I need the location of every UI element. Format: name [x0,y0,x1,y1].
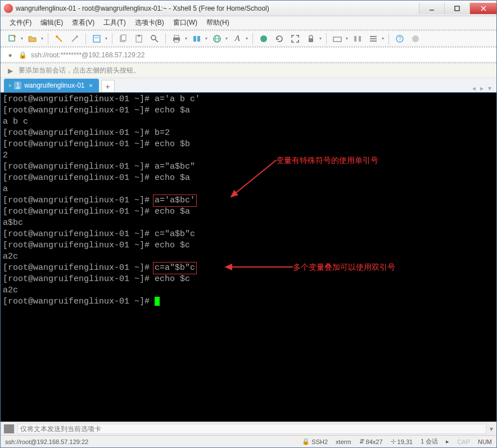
hint-text: 要添加当前会话，点击左侧的箭头按钮。 [19,66,140,75]
app-icon [4,4,13,13]
send-input[interactable] [17,424,486,434]
tab-number: 1 [14,82,21,89]
script-icon[interactable] [257,33,270,45]
app-window: wangruifenglinux-01 - root@wangruifengli… [0,0,497,448]
status-size: ⇵ 84x27 [359,438,383,445]
status-sessions-menu-icon[interactable]: ▸ [446,438,449,445]
svg-point-15 [151,35,156,40]
close-button[interactable] [469,3,496,14]
status-connection: ssh://root@192.168.57.129:22 [5,438,88,445]
disconnect-icon[interactable] [69,33,81,45]
svg-rect-26 [309,38,313,42]
window-controls [419,3,496,14]
menubar: 文件(F) 编辑(E) 查看(V) 工具(T) 选项卡(B) 窗口(W) 帮助(… [1,16,496,30]
send-menu-icon[interactable]: ▾ [490,425,493,433]
columns-icon[interactable] [351,33,364,45]
addressbar: ● 🔒 ssh://root:********@192.168.57.129:2… [1,47,496,62]
send-icon[interactable] [4,424,14,433]
svg-line-16 [155,39,158,42]
status-pos: ⊹ 19,31 [391,438,413,445]
titlebar: wangruifenglinux-01 - root@wangruifengli… [1,1,496,16]
arrow-2-icon [223,263,296,271]
find-icon[interactable] [148,33,161,45]
lock-small-icon: 🔒 [19,51,26,59]
svg-rect-12 [121,35,126,40]
svg-rect-21 [197,36,200,42]
status-num: NUM [478,438,492,445]
hintbar: ▶ 要添加当前会话，点击左侧的箭头按钮。 [1,62,496,78]
svg-rect-9 [93,35,100,42]
refresh-icon[interactable] [273,33,286,45]
new-session-icon[interactable] [6,33,19,45]
svg-line-38 [231,160,276,197]
tab-label: wangruifenglinux-01 [24,82,84,89]
terminal[interactable]: [root@wangruifenglinux-01 ~]# a='a b c' … [1,93,496,422]
highlighted-command-2: c=a"$b"c [153,262,197,274]
annotation-2: 多个变量叠加可以使用双引号 [293,261,395,273]
arrow-1-icon [225,157,282,202]
status-sessions: 1 会话 [421,437,438,446]
menu-view[interactable]: 查看(V) [69,17,98,29]
help-icon[interactable]: ? [394,33,406,45]
globe-icon[interactable] [211,33,223,45]
open-icon[interactable] [26,33,39,45]
print-icon[interactable] [170,33,183,45]
highlighted-command-1: a='a$bc' [153,194,197,207]
session-tab[interactable]: ● 1 wangruifenglinux-01 × [4,79,99,92]
lock-icon[interactable] [305,33,317,45]
menu-help[interactable]: 帮助(H) [203,17,233,29]
bullet-icon: ● [6,51,14,59]
menu-window[interactable]: 窗口(W) [170,17,201,29]
star-icon[interactable] [409,33,422,45]
status-term: xterm [336,438,351,445]
window-title: wangruifenglinux-01 - root@wangruifengli… [16,4,419,12]
minimize-button[interactable] [419,3,444,14]
tab-next-icon[interactable]: ▸ [478,84,485,92]
svg-rect-14 [138,35,140,37]
add-session-icon[interactable]: ▶ [6,67,14,75]
svg-rect-1 [455,6,459,11]
tab-status-icon: ● [8,83,11,88]
tab-nav: ◂ ▸ ▾ [471,84,493,92]
sendbar: ▾ [1,422,496,435]
svg-text:?: ? [398,36,401,42]
status-cap: CAP [457,438,470,445]
properties-icon[interactable] [91,33,103,45]
font-icon[interactable]: A [231,33,243,45]
statusbar: ssh://root@192.168.57.129:22 🔒 SSH2 xter… [1,435,496,447]
address-text[interactable]: ssh://root:********@192.168.57.129:22 [31,51,491,59]
menu-edit[interactable]: 编辑(E) [37,17,66,29]
svg-rect-19 [174,40,179,42]
svg-point-8 [76,35,78,38]
toolbar: ▾ ▾ ▾ ▾ ▾ ▾ A▾ ▾ ▾ ▾ ? [1,30,496,47]
svg-rect-31 [359,36,361,42]
svg-rect-27 [333,37,341,42]
menu-tools[interactable]: 工具(T) [100,17,129,29]
list-icon[interactable] [367,33,379,45]
tab-add-button[interactable]: + [101,80,115,92]
reconnect-icon[interactable] [53,33,65,45]
svg-point-37 [412,35,419,42]
annotation-1: 变量有特殊符号的使用单引号 [276,155,378,166]
tab-menu-icon[interactable]: ▾ [486,84,493,92]
copy-icon[interactable] [117,33,129,45]
transfer-icon[interactable] [191,33,203,45]
maximize-button[interactable] [444,3,469,14]
tab-close-icon[interactable]: × [88,82,94,89]
svg-point-7 [56,35,58,38]
tabbar: ● 1 wangruifenglinux-01 × + ◂ ▸ ▾ [1,78,496,93]
svg-point-25 [260,35,267,42]
svg-rect-20 [193,36,196,42]
terminal-cursor [155,297,160,306]
fullscreen-icon[interactable] [289,33,301,45]
svg-rect-18 [174,35,179,38]
paste-icon[interactable] [133,33,145,45]
tab-prev-icon[interactable]: ◂ [471,84,477,92]
keyboard-icon[interactable] [331,33,344,45]
menu-tab[interactable]: 选项卡(B) [132,17,168,29]
svg-rect-30 [354,36,356,42]
menu-file[interactable]: 文件(F) [6,17,35,29]
status-ssh: 🔒 SSH2 [302,438,328,445]
